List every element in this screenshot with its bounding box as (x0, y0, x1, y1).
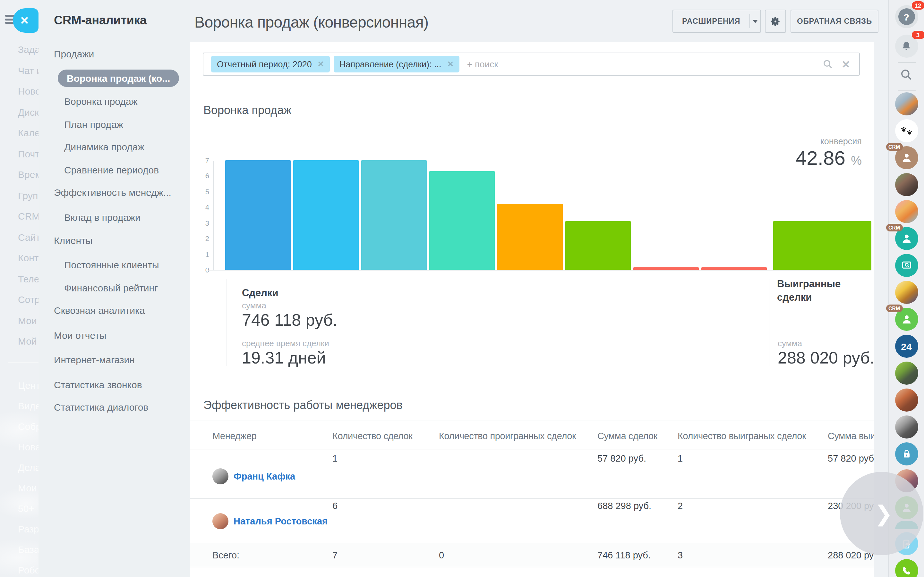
sidebar-item-2[interactable]: Ново (18, 85, 39, 97)
funnel-bar-3[interactable] (429, 171, 495, 270)
menu-item-сравнение-периодов[interactable]: Сравнение периодов (64, 164, 159, 175)
menu-item-мои-отчеты[interactable]: Мои отчеты (54, 330, 107, 341)
rail-item[interactable]: ?12 (895, 5, 918, 28)
avatar-workers[interactable] (895, 92, 918, 115)
notifications-button[interactable]: 3 (895, 35, 918, 58)
rail-item[interactable]: 24 (895, 335, 918, 358)
lock-button[interactable] (895, 442, 918, 466)
extensions-button[interactable]: РАСШИРЕНИЯ (673, 17, 749, 26)
rail-item[interactable]: CRM (895, 146, 918, 169)
menu-item-динамика-продаж[interactable]: Динамика продаж (64, 141, 144, 152)
rail-search-button[interactable] (895, 63, 918, 86)
avatar-crm-teal[interactable]: CRM (895, 227, 918, 250)
menu-item-финансовый-рейтинг[interactable]: Финансовый рейтинг (64, 282, 158, 293)
sidebar-item-lower-2[interactable]: Собр (18, 421, 39, 432)
settings-button[interactable] (765, 10, 786, 33)
sidebar-item-lower-3[interactable]: Нова (18, 442, 39, 452)
menu-item-статистика-звонков[interactable]: Статистика звонков (54, 379, 142, 390)
funnel-bar-6[interactable] (633, 268, 699, 270)
filter-search-bar[interactable]: Отчетный период: 2020✕Направление (сделк… (203, 53, 860, 76)
sidebar-item-8[interactable]: CRM (18, 211, 39, 221)
sidebar-item-11[interactable]: Теле (18, 273, 39, 284)
remove-chip-icon[interactable]: ✕ (318, 60, 324, 69)
rail-item[interactable] (895, 63, 918, 86)
rail-item[interactable] (895, 442, 918, 466)
sidebar-item-9[interactable]: Сайт (18, 231, 39, 242)
funnel-bar-8[interactable] (773, 221, 871, 270)
menu-item-воронка-продаж-ко-[interactable]: Воронка продаж (ко... (58, 69, 179, 87)
extensions-button-group[interactable]: РАСШИРЕНИЯ (672, 10, 761, 33)
rail-item[interactable] (895, 254, 918, 277)
sidebar-item-14[interactable]: Мой (18, 335, 37, 347)
sidebar-item-lower-1[interactable]: Виде (18, 400, 39, 411)
menu-item-вклад-в-продажи[interactable]: Вклад в продажи (64, 212, 141, 223)
menu-item-воронка-продаж[interactable]: Воронка продаж (64, 96, 137, 107)
sidebar-item-lower-6[interactable]: 50+ (18, 503, 34, 514)
menu-item-интернет-магазин[interactable]: Интернет-магазин (54, 354, 135, 365)
menu-item-план-продаж[interactable]: План продаж (64, 119, 123, 130)
avatar-paws[interactable] (895, 119, 918, 142)
rail-item[interactable] (895, 200, 918, 223)
sidebar-item-lower-7[interactable]: Разр (18, 524, 39, 534)
sidebar-item-lower-9[interactable]: Робо (18, 564, 39, 575)
menu-item-эффективность-менедж-[interactable]: Эффективность менедж... (54, 187, 171, 198)
rail-item[interactable]: 3 (895, 35, 918, 58)
telephony-button[interactable] (895, 559, 918, 577)
filter-chip-1[interactable]: Направление (сделки): ...✕ (334, 56, 459, 73)
table-scroll-right-button[interactable]: ❯ (840, 472, 923, 555)
avatar-woman-ginger[interactable] (895, 388, 918, 412)
sidebar-item-7[interactable]: Груп (18, 190, 38, 201)
sidebar-item-lower-8[interactable]: База (18, 544, 39, 555)
funnel-bar-2[interactable] (361, 160, 427, 270)
clear-filter-icon[interactable]: ✕ (842, 58, 850, 70)
sidebar-item-12[interactable]: Сотр (18, 294, 39, 305)
avatar-man-green[interactable] (895, 362, 918, 385)
rail-item[interactable]: CRM (895, 308, 918, 331)
close-menu-button[interactable]: ✕ (13, 8, 39, 33)
sidebar-item-5[interactable]: Почт (18, 148, 39, 159)
menu-item-продажи[interactable]: Продажи (54, 48, 94, 59)
rail-item[interactable] (895, 119, 918, 142)
manager-name-link[interactable]: Наталья Ростовская (234, 516, 328, 526)
funnel-bar-7[interactable] (701, 268, 767, 270)
search-placeholder[interactable]: + поиск (467, 59, 498, 69)
avatar-cartoon-blonde[interactable] (895, 281, 918, 304)
avatar-woman-dark[interactable] (895, 173, 918, 196)
rail-item[interactable] (895, 92, 918, 115)
funnel-bar-1[interactable] (293, 160, 359, 270)
feedback-button[interactable]: ОБРАТНАЯ СВЯЗЬ (790, 10, 879, 33)
sidebar-item-6[interactable]: Врем (18, 169, 39, 180)
sidebar-item-4[interactable]: Кале (18, 127, 39, 138)
avatar-kafka-bw[interactable] (895, 416, 918, 438)
avatar-crm-green[interactable]: CRM (895, 308, 918, 331)
help-button[interactable]: ?12 (895, 5, 918, 28)
funnel-bar-0[interactable] (225, 160, 291, 270)
remove-chip-icon[interactable]: ✕ (447, 60, 454, 69)
bitrix24-button[interactable]: 24 (895, 335, 918, 358)
sidebar-item-10[interactable]: Конт (18, 252, 39, 263)
rail-item[interactable] (895, 416, 918, 438)
filter-chip-0[interactable]: Отчетный период: 2020✕ (211, 56, 330, 73)
menu-item-постоянные-клиенты[interactable]: Постоянные клиенты (64, 259, 159, 270)
screen-search-button[interactable] (895, 254, 918, 277)
manager-name-link[interactable]: Франц Кафка (234, 471, 295, 482)
funnel-bar-5[interactable] (565, 221, 631, 270)
rail-item[interactable] (895, 362, 918, 385)
rail-item[interactable] (895, 173, 918, 196)
sidebar-item-lower-5[interactable]: Мои (18, 482, 37, 493)
menu-item-статистика-диалогов[interactable]: Статистика диалогов (54, 402, 148, 413)
avatar-crm-brown[interactable]: CRM (895, 146, 918, 169)
menu-item-клиенты[interactable]: Клиенты (54, 235, 92, 246)
sidebar-item-0[interactable]: Зада (18, 44, 39, 55)
sidebar-item-1[interactable]: Чат и (18, 65, 39, 76)
sidebar-item-3[interactable]: Диск (18, 106, 39, 117)
search-icon[interactable] (822, 59, 833, 69)
rail-item[interactable] (895, 281, 918, 304)
rail-item[interactable] (895, 559, 918, 577)
rail-item[interactable] (895, 388, 918, 412)
extensions-dropdown-button[interactable] (750, 19, 760, 23)
sidebar-item-13[interactable]: Мои (18, 315, 37, 326)
rail-item[interactable]: CRM (895, 227, 918, 250)
menu-item-сквозная-аналитика[interactable]: Сквозная аналитика (54, 305, 145, 316)
sidebar-item-lower-0[interactable]: Цент (18, 380, 39, 391)
